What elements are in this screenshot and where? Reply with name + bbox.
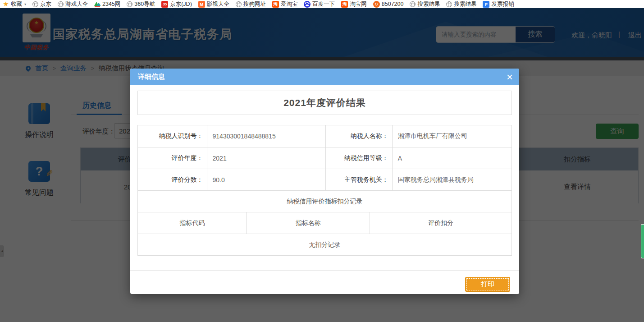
baidu-icon [304, 1, 311, 8]
bookmark-label: 8507200 [382, 1, 404, 7]
field-label: 评价年度： [138, 147, 207, 169]
globe-icon [446, 1, 452, 7]
modal-header: 详细信息 × [130, 69, 519, 85]
bookmark-jd[interactable]: JD 京东(JD) [161, 0, 192, 8]
bookmark-label: 搜索结果 [417, 0, 440, 8]
no-deduction-text: 无扣分记录 [138, 234, 512, 255]
browser-bookmarks-bar: ★ 收藏 ▾ 京东 游戏大全 2345网 360导航 JD 京东(JD) M 影… [0, 0, 644, 8]
globe-icon [58, 1, 64, 7]
table-row: 纳税人识别号： 914303001848488815 纳税人名称： 湘潭市电机车… [138, 125, 512, 147]
bookmark-8507200[interactable]: ↻ 8507200 [373, 1, 404, 8]
field-label: 纳税人名称： [325, 125, 392, 147]
field-label: 评价分数： [138, 169, 207, 190]
globe-icon [127, 1, 132, 7]
print-button[interactable]: 打印 [465, 277, 510, 292]
table-row: 评价年度： 2021 纳税信用等级： A [138, 147, 512, 169]
column-header-name: 指标名称 [246, 212, 370, 234]
globe-icon [32, 1, 38, 7]
bookmark-label: 360导航 [134, 0, 155, 8]
taxpayer-name-value: 湘潭市电机车厂有限公司 [392, 125, 512, 147]
bookmark-label: 搜索结果 [454, 0, 476, 8]
result-title: 2021年度评价结果 [283, 97, 366, 109]
bookmark-360nav[interactable]: 360导航 [127, 0, 155, 8]
column-header-score: 评价扣分 [370, 212, 512, 234]
empty-row: 无扣分记录 [138, 234, 512, 255]
bookmark-aitaobao[interactable]: 淘 爱淘宝 [272, 0, 298, 8]
taxpayer-id-value: 914303001848488815 [207, 125, 326, 147]
table-row: 评价分数： 90.0 主管税务机关： 国家税务总局湘潭县税务局 [138, 169, 512, 190]
deduction-section-title: 纳税信用评价指标扣分记录 [138, 191, 512, 212]
globe-icon [236, 1, 242, 7]
field-label: 纳税信用等级： [325, 147, 392, 169]
2345-icon [94, 1, 100, 7]
modal-footer: 打印 [130, 270, 519, 294]
bookmark-label: 2345网 [102, 0, 120, 8]
bookmark-label: 淘宝网 [350, 0, 367, 8]
modal-body: 2021年度评价结果 纳税人识别号： 914303001848488815 纳税… [130, 91, 519, 256]
bookmark-label: 发票报销 [491, 0, 514, 8]
bookmark-baidu[interactable]: 百度一下 [304, 0, 335, 8]
field-label: 纳税人识别号： [138, 125, 207, 147]
bookmark-label: 搜狗网址 [243, 0, 266, 8]
bookmark-favorites[interactable]: ★ 收藏 ▾ [3, 0, 26, 8]
bookmark-label: 爱淘宝 [281, 0, 298, 8]
section-title-row: 纳税信用评价指标扣分记录 [138, 190, 512, 212]
evaluation-year-value: 2021 [207, 147, 326, 169]
tax-authority-value: 国家税务总局湘潭县税务局 [392, 169, 512, 190]
score-value: 90.0 [207, 169, 326, 190]
star-icon: ★ [3, 1, 9, 7]
bookmark-sogou[interactable]: 搜狗网址 [236, 0, 266, 8]
close-icon[interactable]: × [507, 72, 513, 83]
result-title-box: 2021年度评价结果 [137, 91, 512, 115]
bookmark-label: 京东 [40, 0, 51, 8]
refresh-icon: ↻ [373, 1, 380, 8]
bookmark-movies[interactable]: M 影视大全 [198, 0, 229, 8]
deduction-header-row: 指标代码 指标名称 评价扣分 [138, 212, 512, 234]
bookmark-search-result-1[interactable]: 搜索结果 [410, 0, 440, 8]
bookmark-taobao[interactable]: 淘 淘宝网 [341, 0, 367, 8]
bookmark-games[interactable]: 游戏大全 [58, 0, 88, 8]
credit-level-value: A [392, 147, 512, 169]
taobao-icon: 淘 [341, 1, 348, 8]
bookmark-label: 百度一下 [312, 0, 335, 8]
bookmark-fapiao[interactable]: F 发票报销 [483, 0, 514, 8]
jd-icon: JD [161, 1, 168, 8]
chevron-down-icon: ▾ [24, 2, 26, 6]
evaluation-info-table: 纳税人识别号： 914303001848488815 纳税人名称： 湘潭市电机车… [137, 125, 512, 256]
taobao-icon: 淘 [272, 1, 279, 8]
invoice-icon: F [483, 1, 489, 8]
bookmark-label: 京东(JD) [170, 0, 192, 8]
detail-modal: 详细信息 × 2021年度评价结果 纳税人识别号： 91430300184848… [130, 69, 519, 294]
bookmark-label: 影视大全 [207, 0, 229, 8]
bookmark-search-result-2[interactable]: 搜索结果 [446, 0, 476, 8]
edge-floating-tab[interactable] [641, 224, 644, 258]
bookmark-label: 游戏大全 [65, 0, 88, 8]
globe-icon [410, 1, 416, 7]
bookmark-2345[interactable]: 2345网 [94, 0, 120, 8]
bookmark-jingdong[interactable]: 京东 [32, 0, 51, 8]
bookmark-label: 收藏 [11, 0, 22, 8]
modal-title: 详细信息 [138, 73, 165, 81]
column-header-code: 指标代码 [138, 212, 246, 234]
field-label: 主管税务机关： [325, 169, 392, 190]
movie-icon: M [198, 1, 205, 8]
